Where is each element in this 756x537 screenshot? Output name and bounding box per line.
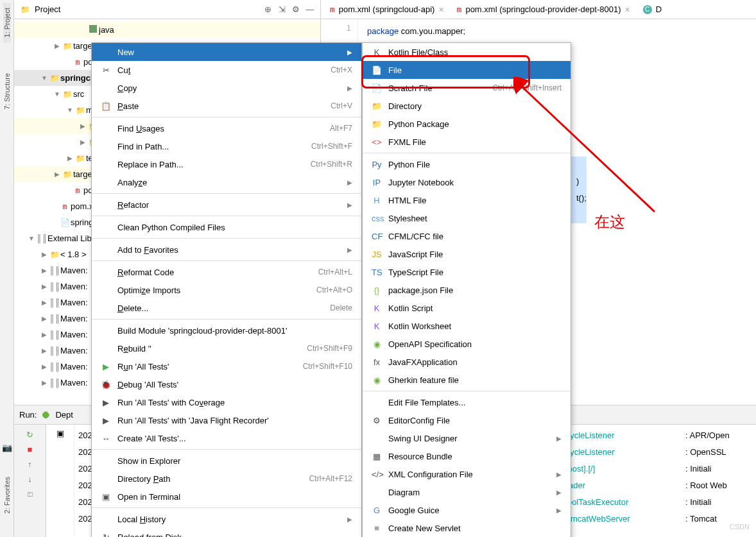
editor-tab-2[interactable]: mpom.xml (springcloud-provider-dept-8001… <box>452 2 635 17</box>
menu-item[interactable]: 📄File <box>363 61 571 79</box>
menu-item[interactable]: Directory PathCtrl+Alt+F12 <box>92 470 361 488</box>
arrow-up-icon[interactable]: ↑ <box>28 459 32 469</box>
menu-item[interactable]: GGoogle Guice▶ <box>363 501 571 519</box>
menu-item[interactable]: {}package.json File <box>363 281 571 299</box>
menu-item[interactable]: HHTML File <box>363 191 571 209</box>
menu-item[interactable]: KKotlin File/Class <box>363 43 571 61</box>
menu-item[interactable]: Optimize ImportsCtrl+Alt+O <box>92 281 361 299</box>
expand-icon[interactable]: ⇲ <box>277 4 287 14</box>
menu-item[interactable]: Refactor▶ <box>92 196 361 214</box>
menu-item[interactable]: 🐞Debug 'All Tests' <box>92 375 361 393</box>
menu-item[interactable]: 📄Scratch FileCtrl+Alt+Shift+Insert <box>363 79 571 97</box>
watermark: CSDN <box>730 523 750 531</box>
menu-item[interactable]: <>FXML File <box>363 133 571 151</box>
menu-item[interactable]: Find in Path...Ctrl+Shift+F <box>92 137 361 155</box>
arrow-down-icon[interactable]: ↓ <box>28 474 32 484</box>
menu-item[interactable]: ⚙EditorConfig File <box>363 411 571 429</box>
menu-item[interactable]: ▣Open in Terminal <box>92 488 361 506</box>
close-icon[interactable]: × <box>438 4 443 15</box>
menu-item[interactable]: Delete...Delete <box>92 299 361 317</box>
run-label: Run: <box>19 410 37 420</box>
context-menu-new[interactable]: KKotlin File/Class📄File📄Scratch FileCtrl… <box>362 42 571 537</box>
menu-item[interactable]: KKotlin Script <box>363 299 571 317</box>
tree-java-folder[interactable]: java <box>99 25 320 35</box>
menu-item[interactable]: Edit File Templates... <box>363 393 571 411</box>
menu-item[interactable]: PyPython File <box>363 155 571 173</box>
favorites-tool-tab[interactable]: 2: Favorites <box>3 472 11 518</box>
menu-item[interactable]: Show in Explorer <box>92 452 361 470</box>
menu-item[interactable]: Analyze▶ <box>92 173 361 191</box>
menu-item[interactable]: Build Module 'springcloud-provider-dept-… <box>92 321 361 339</box>
run-config-name[interactable]: Dept <box>55 410 73 420</box>
menu-item[interactable]: 📁Directory <box>363 97 571 115</box>
menu-item[interactable]: Diagram▶ <box>363 483 571 501</box>
locate-icon[interactable]: ⊕ <box>262 4 273 14</box>
menu-item[interactable]: Local History▶ <box>92 510 361 528</box>
menu-item[interactable]: ◉OpenAPI Specification <box>363 335 571 353</box>
editor-tab-1[interactable]: mpom.xml (springcloud-api)× <box>325 2 449 17</box>
menu-item[interactable]: IPJupyter Notebook <box>363 173 571 191</box>
menu-item[interactable]: 📋PasteCtrl+V <box>92 97 361 115</box>
menu-item[interactable]: Add to Favorites▶ <box>92 241 361 259</box>
menu-item[interactable]: ≡Create New Servlet <box>363 519 571 537</box>
menu-item[interactable]: cssStylesheet <box>363 209 571 227</box>
menu-item[interactable]: ↻Reload from Disk <box>92 528 361 537</box>
menu-item[interactable]: Reformat CodeCtrl+Alt+L <box>92 263 361 281</box>
hide-icon[interactable]: — <box>305 4 315 14</box>
menu-item[interactable]: ▶Run 'All Tests'Ctrl+Shift+F10 <box>92 357 361 375</box>
console-tab[interactable]: ▣ <box>46 429 74 438</box>
menu-item[interactable]: </>XML Configuration File▶ <box>363 465 571 483</box>
filter-icon[interactable]: ⏍ <box>28 489 33 499</box>
rerun-icon[interactable]: ↻ <box>26 430 33 439</box>
menu-item[interactable]: 📁Python Package <box>363 115 571 133</box>
menu-item[interactable]: JSJavaScript File <box>363 245 571 263</box>
menu-item[interactable]: Find UsagesAlt+F7 <box>92 119 361 137</box>
menu-item[interactable]: ✂CutCtrl+X <box>92 61 361 79</box>
menu-item[interactable]: fxJavaFXApplication <box>363 353 571 371</box>
camera-icon[interactable]: 📷 <box>2 443 12 452</box>
run-gutter: ↻ ■ ↑ ↓ ⏍ <box>14 425 46 537</box>
structure-tool-tab[interactable]: 7: Structure <box>3 68 11 115</box>
project-tool-tab[interactable]: 1: Project <box>3 3 11 42</box>
menu-item[interactable]: ↔Create 'All Tests'... <box>92 429 361 447</box>
close-icon[interactable]: × <box>624 4 630 15</box>
menu-item[interactable]: Copy▶ <box>92 79 361 97</box>
spring-icon: ⯃ <box>42 410 50 420</box>
project-header-title: Project <box>35 4 259 14</box>
chevron-down-icon[interactable]: ▼ <box>40 74 49 81</box>
menu-item[interactable]: Rebuild ''Ctrl+Shift+F9 <box>92 339 361 357</box>
menu-item[interactable]: New▶ <box>92 43 361 61</box>
menu-item[interactable]: ◉Gherkin feature file <box>363 371 571 389</box>
menu-item[interactable]: TSTypeScript File <box>363 263 571 281</box>
stop-icon[interactable]: ■ <box>28 445 33 454</box>
chevron-right-icon[interactable]: ▶ <box>53 42 62 49</box>
menu-item[interactable]: CFCFML/CFC file <box>363 227 571 245</box>
editor-tab-3[interactable]: CD <box>638 2 667 17</box>
menu-item[interactable]: ▶Run 'All Tests' with 'Java Flight Recor… <box>92 411 361 429</box>
menu-item[interactable]: ▶Run 'All Tests' with Coverage <box>92 393 361 411</box>
menu-item[interactable]: Clean Python Compiled Files <box>92 218 361 236</box>
menu-item[interactable]: Replace in Path...Ctrl+Shift+R <box>92 155 361 173</box>
context-menu-main[interactable]: New▶✂CutCtrl+XCopy▶📋PasteCtrl+VFind Usag… <box>91 42 362 537</box>
menu-item[interactable]: KKotlin Worksheet <box>363 317 571 335</box>
project-folder-icon: 📁 <box>19 5 31 14</box>
annotation-text: 在这 <box>594 212 625 232</box>
menu-item[interactable]: ▦Resource Bundle <box>363 447 571 465</box>
settings-icon[interactable]: ⚙ <box>291 4 301 14</box>
menu-item[interactable]: Swing UI Designer▶ <box>363 429 571 447</box>
favorites-rail: 📷 2: Favorites <box>0 424 14 537</box>
